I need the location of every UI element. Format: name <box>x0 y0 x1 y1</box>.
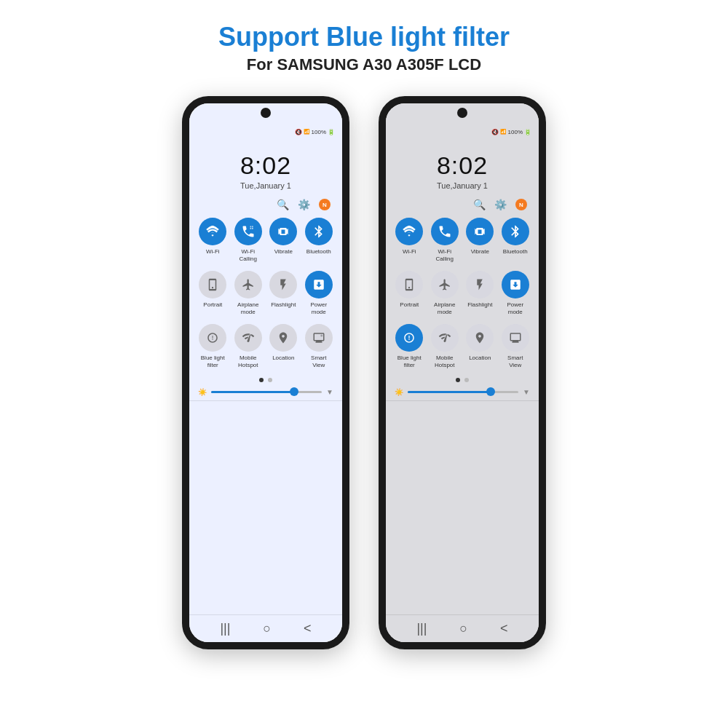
tile-power-left[interactable]: Powermode <box>304 271 334 315</box>
settings-icon-left[interactable]: ⚙️ <box>298 199 310 210</box>
tile-portrait-right[interactable]: Portrait <box>395 271 424 315</box>
tile-wifi-left[interactable]: Wi-Fi <box>198 218 228 262</box>
page-title: Support Blue light filter <box>218 22 510 52</box>
hotspot-icon-left <box>234 324 262 352</box>
tile-wificalling-left[interactable]: Wi-FiCalling <box>234 218 264 262</box>
tile-wificalling-right[interactable]: Wi-FiCalling <box>430 218 460 262</box>
smartview-icon-left <box>305 324 333 352</box>
back-icon-right[interactable]: < <box>500 621 508 636</box>
portrait-label-left: Portrait <box>203 301 222 309</box>
tile-smartview-left[interactable]: Smart View <box>304 324 334 368</box>
smartview-icon-right <box>502 324 529 352</box>
back-icon-left[interactable]: < <box>304 621 312 636</box>
brightness-min-icon-right: ☀️ <box>395 388 403 396</box>
location-icon-right <box>466 324 494 352</box>
notification-badge-left[interactable]: N <box>319 199 331 210</box>
tile-location-right[interactable]: Location <box>465 324 495 368</box>
dots-right <box>386 373 539 387</box>
wificalling-label-right: Wi-FiCalling <box>436 248 454 262</box>
expand-icon-right[interactable]: ▼ <box>523 388 530 396</box>
recent-apps-icon-right[interactable]: ||| <box>416 621 427 636</box>
quick-tiles-row3-right: Blue lightfilter MobileHotspot Location <box>386 320 539 373</box>
status-bar-right: 🔇 📶 100% 🔋 <box>386 125 539 138</box>
tile-vibrate-left[interactable]: Vibrate <box>269 218 298 262</box>
brightness-bar-right: ☀️ ▼ <box>386 387 539 397</box>
clock-date-left: Tue,January 1 <box>189 181 342 190</box>
brightness-min-icon-left: ☀️ <box>198 388 207 396</box>
location-label-right: Location <box>469 355 491 362</box>
quick-tiles-row2-right: Portrait Airplanemode Flashlight <box>386 266 539 320</box>
status-icons-left: 🔇 📶 100% 🔋 <box>295 129 335 135</box>
brightness-knob-left[interactable] <box>290 387 298 396</box>
quick-tiles-row1-right: Wi-Fi Wi-FiCalling Vibrate <box>386 213 539 266</box>
dots-left <box>189 373 342 387</box>
phone-right-screen: 🔇 📶 100% 🔋 8:02 Tue,January 1 🔍 ⚙️ N <box>386 103 539 642</box>
tile-airplane-left[interactable]: Airplanemode <box>234 271 264 315</box>
tile-hotspot-right[interactable]: MobileHotspot <box>430 324 460 368</box>
wifi-icon-right <box>395 218 423 245</box>
search-icon-left[interactable]: 🔍 <box>277 199 289 210</box>
tile-bluetooth-right[interactable]: Bluetooth <box>501 218 531 262</box>
quick-tiles-row1-left: Wi-Fi Wi-FiCalling Vibrate <box>189 213 342 266</box>
portrait-label-right: Portrait <box>400 301 419 309</box>
bluelight-label-left: Blue lightfilter <box>201 355 225 368</box>
bluetooth-icon-left <box>305 218 333 245</box>
wifi-icon-left <box>199 218 226 245</box>
smartview-label-left: Smart View <box>304 355 334 368</box>
portrait-icon-right <box>395 271 423 298</box>
quick-tiles-row2-left: Portrait Airplanemode Flashlight <box>189 266 342 320</box>
tile-bluelight-left[interactable]: Blue lightfilter <box>198 324 228 368</box>
wificalling-label-left: Wi-FiCalling <box>240 248 257 262</box>
home-icon-right[interactable]: ○ <box>459 621 467 636</box>
flashlight-icon-left <box>269 271 297 298</box>
phone-right: 🔇 📶 100% 🔋 8:02 Tue,January 1 🔍 ⚙️ N <box>379 96 546 649</box>
clock-area-left: 8:02 Tue,January 1 <box>189 138 342 193</box>
location-label-left: Location <box>272 355 294 362</box>
signal-icon-left: 📶 <box>304 129 310 135</box>
flashlight-icon-right <box>466 271 494 298</box>
top-icons-right: 🔍 ⚙️ N <box>386 193 539 213</box>
mute-icon-right: 🔇 <box>491 129 499 135</box>
settings-icon-right[interactable]: ⚙️ <box>494 199 507 210</box>
dot1-left <box>259 378 264 382</box>
tile-power-right[interactable]: Powermode <box>501 271 531 315</box>
dot2-right <box>464 378 469 382</box>
page-header: Support Blue light filter For SAMSUNG A3… <box>218 22 510 74</box>
hotspot-label-right: MobileHotspot <box>435 355 455 368</box>
tile-flashlight-left[interactable]: Flashlight <box>269 271 298 315</box>
hotspot-icon-right <box>431 324 459 352</box>
tile-bluelight-right[interactable]: Blue lightfilter <box>395 324 424 368</box>
svg-point-0 <box>320 335 323 337</box>
notification-badge-right[interactable]: N <box>515 199 527 210</box>
notch-area-left <box>189 103 342 125</box>
tile-vibrate-right[interactable]: Vibrate <box>465 218 495 262</box>
tile-bluetooth-left[interactable]: Bluetooth <box>304 218 334 262</box>
tile-wifi-right[interactable]: Wi-Fi <box>395 218 424 262</box>
wifi-label-right: Wi-Fi <box>403 248 416 256</box>
flashlight-label-left: Flashlight <box>271 301 296 309</box>
phone-left-wrapper: 🔇 📶 100% 🔋 8:02 Tue,January 1 🔍 ⚙️ N <box>182 96 349 649</box>
brightness-knob-right[interactable] <box>486 387 495 396</box>
clock-area-right: 8:02 Tue,January 1 <box>386 138 539 193</box>
battery-text-left: 100% <box>312 129 326 135</box>
bluelight-icon-right <box>395 324 423 352</box>
tile-portrait-left[interactable]: Portrait <box>198 271 228 315</box>
clock-time-right: 8:02 <box>386 151 539 180</box>
tile-flashlight-right[interactable]: Flashlight <box>465 271 495 315</box>
wificalling-icon-left <box>234 218 262 245</box>
home-icon-left[interactable]: ○ <box>263 621 271 636</box>
tile-hotspot-left[interactable]: MobileHotspot <box>234 324 264 368</box>
expand-icon-left[interactable]: ▼ <box>326 388 333 396</box>
nav-divider-right <box>386 400 539 401</box>
vibrate-icon-right <box>466 218 494 245</box>
recent-apps-icon-left[interactable]: ||| <box>220 621 230 636</box>
tile-smartview-right[interactable]: Smart View <box>501 324 531 368</box>
wifi-label-left: Wi-Fi <box>206 248 220 256</box>
tile-location-left[interactable]: Location <box>269 324 298 368</box>
bluelight-icon-left <box>199 324 226 352</box>
tile-airplane-right[interactable]: Airplanemode <box>430 271 460 315</box>
search-icon-right[interactable]: 🔍 <box>473 199 486 210</box>
vibrate-label-right: Vibrate <box>471 248 489 256</box>
page-subtitle: For SAMSUNG A30 A305F LCD <box>218 55 510 74</box>
battery-text-right: 100% <box>508 129 523 135</box>
